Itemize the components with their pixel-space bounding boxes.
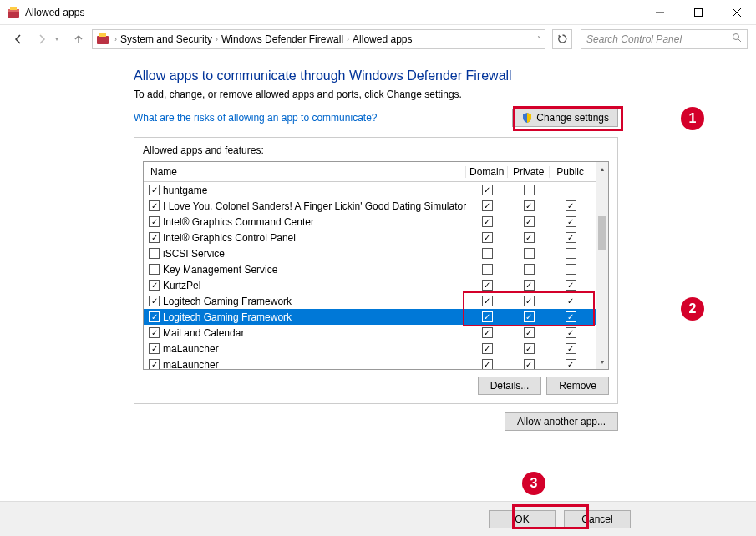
public-checkbox[interactable]: ✓	[566, 327, 576, 338]
table-row[interactable]: ✓maLauncher✓✓✓	[144, 341, 596, 356]
search-input[interactable]: Search Control Panel	[581, 29, 748, 49]
col-name[interactable]: Name	[149, 166, 466, 178]
svg-rect-2	[10, 7, 17, 10]
domain-checkbox[interactable]: ✓	[482, 185, 493, 195]
col-private[interactable]: Private	[508, 166, 550, 178]
public-checkbox[interactable]: ✓	[566, 200, 576, 211]
chevron-right-icon[interactable]: ›	[216, 35, 218, 43]
shield-icon	[521, 112, 533, 124]
row-checkbox[interactable]: ✓	[149, 232, 160, 243]
public-checkbox[interactable]: ✓	[566, 216, 576, 227]
details-button[interactable]: Details...	[478, 377, 542, 395]
private-checkbox[interactable]: ✓	[524, 296, 535, 306]
scroll-down-button[interactable]: ▾	[596, 355, 608, 369]
table-row[interactable]: ✓maLauncher✓✓✓	[144, 356, 596, 369]
public-checkbox[interactable]	[566, 248, 576, 259]
private-checkbox[interactable]: ✓	[524, 327, 535, 338]
public-checkbox[interactable]: ✓	[566, 280, 576, 291]
table-row[interactable]: ✓huntgame✓	[144, 182, 596, 198]
table-row[interactable]: ✓KurtzPel✓✓✓	[144, 277, 596, 293]
chevron-right-icon[interactable]: ›	[114, 35, 117, 43]
domain-checkbox[interactable]: ✓	[482, 200, 493, 211]
public-checkbox[interactable]	[566, 185, 576, 195]
private-checkbox[interactable]: ✓	[524, 200, 535, 211]
domain-checkbox[interactable]	[482, 264, 493, 275]
change-settings-button[interactable]: Change settings	[512, 109, 618, 127]
domain-checkbox[interactable]: ✓	[482, 359, 493, 369]
close-button[interactable]	[718, 0, 756, 25]
col-public[interactable]: Public	[550, 166, 591, 178]
private-checkbox[interactable]: ✓	[524, 232, 535, 243]
private-checkbox[interactable]: ✓	[524, 359, 535, 369]
breadcrumb-seg[interactable]: Windows Defender Firewall	[221, 33, 343, 45]
col-domain[interactable]: Domain	[466, 166, 508, 178]
table-row[interactable]: ✓Intel® Graphics Command Center✓✓✓	[144, 214, 596, 230]
app-name: Logitech Gaming Framework	[163, 311, 466, 323]
ok-button[interactable]: OK	[489, 510, 556, 528]
apps-table: Name Domain Private Public ✓huntgame✓✓I …	[143, 161, 609, 370]
minimize-button[interactable]	[641, 0, 679, 25]
public-checkbox[interactable]	[566, 264, 576, 275]
domain-checkbox[interactable]: ✓	[482, 280, 493, 291]
table-row[interactable]: ✓Logitech Gaming Framework✓✓✓	[144, 293, 596, 309]
row-checkbox[interactable]: ✓	[149, 280, 160, 291]
chevron-down-icon[interactable]: ˅	[537, 35, 541, 43]
table-row[interactable]: ✓I Love You, Colonel Sanders! A Finger L…	[144, 198, 596, 214]
row-checkbox[interactable]: ✓	[149, 185, 160, 195]
table-row[interactable]: ✓Logitech Gaming Framework✓✓✓	[144, 309, 596, 325]
up-button[interactable]	[68, 29, 89, 49]
recent-dropdown[interactable]: ▾	[55, 35, 65, 43]
breadcrumb[interactable]: › System and Security › Windows Defender…	[92, 29, 545, 49]
row-checkbox[interactable]: ✓	[149, 327, 160, 338]
remove-button[interactable]: Remove	[546, 377, 609, 395]
public-checkbox[interactable]: ✓	[566, 343, 576, 354]
row-checkbox[interactable]: ✓	[149, 359, 160, 369]
public-checkbox[interactable]: ✓	[566, 311, 576, 322]
public-checkbox[interactable]: ✓	[566, 296, 576, 306]
public-checkbox[interactable]: ✓	[566, 232, 576, 243]
back-button[interactable]	[8, 29, 28, 49]
table-row[interactable]: ✓Intel® Graphics Control Panel✓✓✓	[144, 230, 596, 245]
maximize-button[interactable]	[679, 0, 718, 25]
private-checkbox[interactable]	[524, 185, 535, 195]
svg-line-10	[738, 39, 741, 42]
row-checkbox[interactable]: ✓	[149, 311, 160, 322]
breadcrumb-seg[interactable]: System and Security	[120, 33, 212, 45]
scroll-thumb[interactable]	[598, 216, 606, 250]
row-checkbox[interactable]: ✓	[149, 343, 160, 354]
row-checkbox[interactable]	[149, 248, 160, 259]
domain-checkbox[interactable]: ✓	[482, 232, 493, 243]
domain-checkbox[interactable]: ✓	[482, 296, 493, 306]
scrollbar[interactable]: ▴ ▾	[596, 162, 608, 369]
private-checkbox[interactable]: ✓	[524, 216, 535, 227]
public-checkbox[interactable]: ✓	[566, 359, 576, 369]
refresh-button[interactable]	[552, 29, 572, 49]
scroll-up-button[interactable]: ▴	[596, 162, 608, 176]
table-row[interactable]: ✓Mail and Calendar✓✓✓	[144, 325, 596, 341]
private-checkbox[interactable]: ✓	[524, 343, 535, 354]
risk-link[interactable]: What are the risks of allowing an app to…	[134, 112, 377, 124]
chevron-right-icon[interactable]: ›	[347, 35, 349, 43]
scroll-track[interactable]	[596, 176, 608, 355]
private-checkbox[interactable]: ✓	[524, 280, 535, 291]
breadcrumb-seg[interactable]: Allowed apps	[353, 33, 412, 45]
table-row[interactable]: iSCSI Service	[144, 245, 596, 261]
domain-checkbox[interactable]	[482, 248, 493, 259]
row-checkbox[interactable]: ✓	[149, 200, 160, 211]
private-checkbox[interactable]	[524, 248, 535, 259]
private-checkbox[interactable]: ✓	[524, 311, 535, 322]
row-checkbox[interactable]	[149, 264, 160, 275]
row-checkbox[interactable]: ✓	[149, 216, 160, 227]
forward-button[interactable]	[32, 29, 52, 49]
svg-rect-4	[695, 8, 703, 16]
cancel-button[interactable]: Cancel	[564, 510, 631, 528]
domain-checkbox[interactable]: ✓	[482, 216, 493, 227]
search-icon	[732, 33, 742, 45]
domain-checkbox[interactable]: ✓	[482, 311, 493, 322]
table-row[interactable]: Key Management Service	[144, 261, 596, 277]
row-checkbox[interactable]: ✓	[149, 296, 160, 306]
private-checkbox[interactable]	[524, 264, 535, 275]
domain-checkbox[interactable]: ✓	[482, 327, 493, 338]
allow-another-app-button[interactable]: Allow another app...	[505, 412, 618, 431]
domain-checkbox[interactable]: ✓	[482, 343, 493, 354]
